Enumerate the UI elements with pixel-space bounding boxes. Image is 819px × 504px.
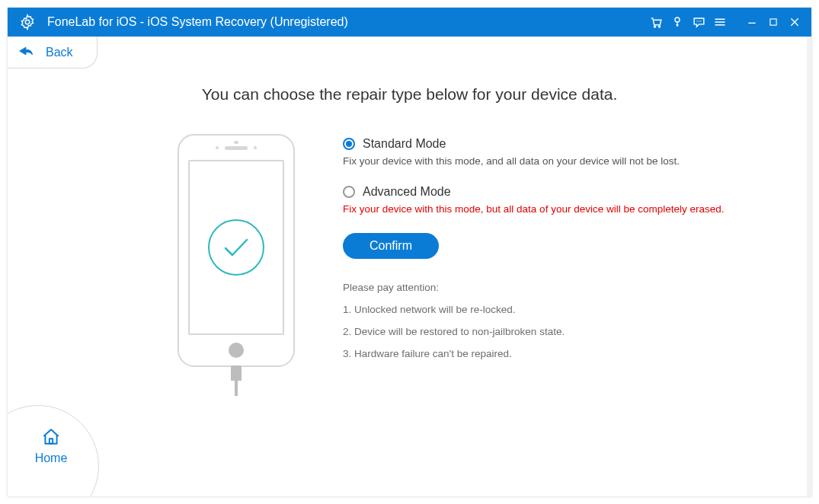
confirm-button[interactable]: Confirm	[343, 233, 439, 259]
svg-point-0	[25, 20, 30, 24]
radio-advanced-mode[interactable]: Advanced Mode	[343, 185, 781, 199]
svg-point-6	[700, 21, 701, 21]
key-icon[interactable]	[667, 11, 688, 33]
titlebar: FoneLab for iOS - iOS System Recovery (U…	[8, 8, 811, 37]
window-title: FoneLab for iOS - iOS System Recovery (U…	[47, 15, 348, 29]
attention-heading: Please pay attention:	[343, 282, 781, 293]
page-heading: You can choose the repair type below for…	[38, 85, 781, 104]
confirm-label: Confirm	[370, 239, 412, 253]
back-label: Back	[46, 46, 73, 59]
svg-point-1	[654, 26, 655, 27]
svg-point-2	[658, 26, 660, 27]
attention-item: 2. Device will be restored to non-jailbr…	[343, 326, 781, 337]
radio-icon	[343, 186, 355, 198]
close-icon[interactable]	[784, 11, 805, 33]
home-button[interactable]: Home	[8, 405, 99, 496]
home-icon	[41, 427, 61, 450]
advanced-mode-desc: Fix your device with this mode, but all …	[343, 203, 781, 215]
main-content: You can choose the repair type below for…	[8, 69, 811, 396]
radio-icon	[343, 138, 355, 150]
svg-point-4	[696, 21, 697, 21]
standard-mode-desc: Fix your device with this mode, and all …	[343, 155, 781, 167]
standard-mode-label: Standard Mode	[363, 137, 446, 151]
feedback-icon[interactable]	[688, 11, 709, 33]
phone-home-icon	[229, 343, 244, 358]
svg-point-5	[698, 21, 699, 21]
svg-rect-14	[50, 439, 53, 444]
scrollbar[interactable]	[807, 37, 811, 496]
maximize-icon[interactable]	[763, 11, 784, 33]
menu-icon[interactable]	[709, 11, 731, 33]
cable-icon	[231, 365, 242, 396]
svg-rect-11	[770, 19, 776, 25]
back-button[interactable]: Back	[8, 37, 98, 69]
attention-item: 3. Hardware failure can't be repaired.	[343, 348, 781, 359]
device-illustration	[160, 134, 312, 396]
app-gear-icon	[18, 13, 37, 31]
advanced-mode-label: Advanced Mode	[363, 185, 451, 199]
home-label: Home	[35, 451, 68, 465]
cart-icon[interactable]	[645, 11, 667, 33]
minimize-icon[interactable]	[741, 11, 763, 33]
back-arrow-icon	[18, 46, 34, 59]
attention-item: 1. Unlocked network will be re-locked.	[343, 304, 781, 315]
check-circle-icon	[208, 219, 264, 276]
svg-point-3	[675, 18, 680, 22]
radio-standard-mode[interactable]: Standard Mode	[343, 137, 781, 151]
